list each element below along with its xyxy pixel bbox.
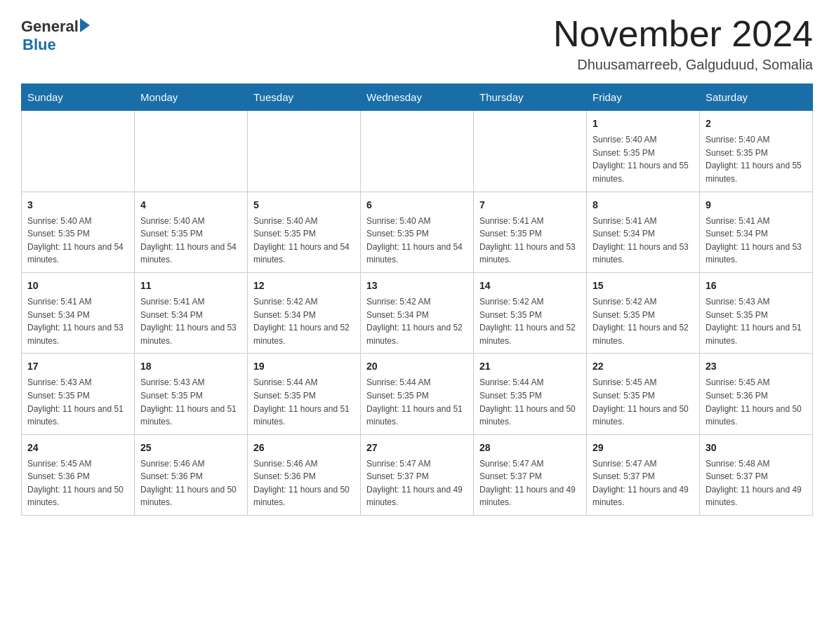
calendar-cell bbox=[248, 111, 361, 192]
calendar-cell: 26Sunrise: 5:46 AMSunset: 5:36 PMDayligh… bbox=[248, 434, 361, 515]
day-number: 6 bbox=[366, 198, 468, 213]
day-number: 17 bbox=[27, 359, 128, 374]
day-number: 13 bbox=[366, 279, 468, 293]
day-number: 19 bbox=[253, 359, 355, 374]
day-number: 11 bbox=[140, 279, 241, 293]
page-header: General Blue November 2024 Dhuusamarreeb… bbox=[21, 14, 813, 73]
calendar-cell: 5Sunrise: 5:40 AMSunset: 5:35 PMDaylight… bbox=[248, 192, 361, 272]
day-info: Sunrise: 5:42 AMSunset: 5:35 PMDaylight:… bbox=[479, 295, 581, 347]
calendar-cell: 9Sunrise: 5:41 AMSunset: 5:34 PMDaylight… bbox=[700, 192, 813, 272]
calendar-cell: 4Sunrise: 5:40 AMSunset: 5:35 PMDaylight… bbox=[135, 192, 248, 272]
day-info: Sunrise: 5:44 AMSunset: 5:35 PMDaylight:… bbox=[253, 376, 355, 428]
day-info: Sunrise: 5:42 AMSunset: 5:34 PMDaylight:… bbox=[253, 295, 355, 347]
day-info: Sunrise: 5:40 AMSunset: 5:35 PMDaylight:… bbox=[366, 215, 468, 267]
logo-general-text: General bbox=[21, 18, 79, 36]
weekday-header-sunday: Sunday bbox=[22, 84, 135, 111]
weekday-header-thursday: Thursday bbox=[474, 84, 587, 111]
day-info: Sunrise: 5:47 AMSunset: 5:37 PMDaylight:… bbox=[366, 457, 468, 509]
day-number: 29 bbox=[593, 441, 694, 455]
day-info: Sunrise: 5:45 AMSunset: 5:35 PMDaylight:… bbox=[593, 376, 694, 428]
weekday-header-tuesday: Tuesday bbox=[248, 84, 361, 111]
calendar-cell: 30Sunrise: 5:48 AMSunset: 5:37 PMDayligh… bbox=[700, 434, 813, 515]
day-info: Sunrise: 5:40 AMSunset: 5:35 PMDaylight:… bbox=[140, 215, 241, 267]
title-block: November 2024 Dhuusamarreeb, Galguduud, … bbox=[553, 14, 813, 73]
day-info: Sunrise: 5:44 AMSunset: 5:35 PMDaylight:… bbox=[366, 376, 468, 428]
day-info: Sunrise: 5:48 AMSunset: 5:37 PMDaylight:… bbox=[706, 457, 807, 509]
day-info: Sunrise: 5:40 AMSunset: 5:35 PMDaylight:… bbox=[593, 133, 694, 185]
calendar-cell: 2Sunrise: 5:40 AMSunset: 5:35 PMDaylight… bbox=[700, 111, 813, 192]
day-info: Sunrise: 5:43 AMSunset: 5:35 PMDaylight:… bbox=[27, 376, 128, 428]
day-info: Sunrise: 5:44 AMSunset: 5:35 PMDaylight:… bbox=[479, 376, 581, 428]
day-info: Sunrise: 5:46 AMSunset: 5:36 PMDaylight:… bbox=[253, 457, 355, 509]
day-info: Sunrise: 5:40 AMSunset: 5:35 PMDaylight:… bbox=[27, 215, 128, 267]
day-number: 15 bbox=[593, 279, 694, 293]
calendar-week-row: 1Sunrise: 5:40 AMSunset: 5:35 PMDaylight… bbox=[22, 111, 813, 192]
day-info: Sunrise: 5:40 AMSunset: 5:35 PMDaylight:… bbox=[706, 133, 807, 185]
calendar-cell: 15Sunrise: 5:42 AMSunset: 5:35 PMDayligh… bbox=[587, 272, 700, 353]
calendar-cell bbox=[22, 111, 135, 192]
day-info: Sunrise: 5:42 AMSunset: 5:35 PMDaylight:… bbox=[593, 295, 694, 347]
day-info: Sunrise: 5:43 AMSunset: 5:35 PMDaylight:… bbox=[706, 295, 807, 347]
calendar-cell: 16Sunrise: 5:43 AMSunset: 5:35 PMDayligh… bbox=[700, 272, 813, 353]
day-number: 12 bbox=[253, 279, 355, 293]
calendar-header-row: SundayMondayTuesdayWednesdayThursdayFrid… bbox=[22, 84, 813, 111]
logo-arrow-icon bbox=[80, 18, 90, 32]
logo: General Blue bbox=[21, 14, 90, 54]
day-number: 7 bbox=[479, 198, 581, 213]
calendar-cell: 12Sunrise: 5:42 AMSunset: 5:34 PMDayligh… bbox=[248, 272, 361, 353]
day-info: Sunrise: 5:41 AMSunset: 5:34 PMDaylight:… bbox=[593, 215, 694, 267]
day-number: 1 bbox=[593, 116, 694, 131]
calendar-cell: 3Sunrise: 5:40 AMSunset: 5:35 PMDaylight… bbox=[22, 192, 135, 272]
calendar-cell: 18Sunrise: 5:43 AMSunset: 5:35 PMDayligh… bbox=[135, 354, 248, 434]
calendar-cell: 22Sunrise: 5:45 AMSunset: 5:35 PMDayligh… bbox=[587, 354, 700, 434]
day-number: 26 bbox=[253, 441, 355, 455]
calendar-table: SundayMondayTuesdayWednesdayThursdayFrid… bbox=[21, 83, 813, 516]
day-info: Sunrise: 5:41 AMSunset: 5:35 PMDaylight:… bbox=[479, 215, 581, 267]
calendar-cell: 8Sunrise: 5:41 AMSunset: 5:34 PMDaylight… bbox=[587, 192, 700, 272]
weekday-header-saturday: Saturday bbox=[700, 84, 813, 111]
calendar-week-row: 3Sunrise: 5:40 AMSunset: 5:35 PMDaylight… bbox=[22, 192, 813, 272]
day-number: 27 bbox=[366, 441, 468, 455]
calendar-cell: 23Sunrise: 5:45 AMSunset: 5:36 PMDayligh… bbox=[700, 354, 813, 434]
calendar-cell: 24Sunrise: 5:45 AMSunset: 5:36 PMDayligh… bbox=[22, 434, 135, 515]
day-info: Sunrise: 5:41 AMSunset: 5:34 PMDaylight:… bbox=[706, 215, 807, 267]
calendar-week-row: 24Sunrise: 5:45 AMSunset: 5:36 PMDayligh… bbox=[22, 434, 813, 515]
day-number: 4 bbox=[140, 198, 241, 213]
day-info: Sunrise: 5:43 AMSunset: 5:35 PMDaylight:… bbox=[140, 376, 241, 428]
calendar-cell: 19Sunrise: 5:44 AMSunset: 5:35 PMDayligh… bbox=[248, 354, 361, 434]
day-number: 24 bbox=[27, 441, 128, 455]
calendar-cell: 28Sunrise: 5:47 AMSunset: 5:37 PMDayligh… bbox=[474, 434, 587, 515]
weekday-header-monday: Monday bbox=[135, 84, 248, 111]
day-number: 30 bbox=[706, 441, 807, 455]
calendar-cell: 25Sunrise: 5:46 AMSunset: 5:36 PMDayligh… bbox=[135, 434, 248, 515]
calendar-cell: 13Sunrise: 5:42 AMSunset: 5:34 PMDayligh… bbox=[361, 272, 474, 353]
calendar-cell bbox=[474, 111, 587, 192]
day-number: 22 bbox=[593, 359, 694, 374]
day-info: Sunrise: 5:47 AMSunset: 5:37 PMDaylight:… bbox=[479, 457, 581, 509]
day-number: 28 bbox=[479, 441, 581, 455]
calendar-cell: 10Sunrise: 5:41 AMSunset: 5:34 PMDayligh… bbox=[22, 272, 135, 353]
calendar-cell: 29Sunrise: 5:47 AMSunset: 5:37 PMDayligh… bbox=[587, 434, 700, 515]
calendar-week-row: 17Sunrise: 5:43 AMSunset: 5:35 PMDayligh… bbox=[22, 354, 813, 434]
calendar-cell: 20Sunrise: 5:44 AMSunset: 5:35 PMDayligh… bbox=[361, 354, 474, 434]
day-number: 10 bbox=[27, 279, 128, 293]
day-number: 2 bbox=[706, 116, 807, 131]
day-info: Sunrise: 5:40 AMSunset: 5:35 PMDaylight:… bbox=[253, 215, 355, 267]
day-number: 5 bbox=[253, 198, 355, 213]
day-info: Sunrise: 5:46 AMSunset: 5:36 PMDaylight:… bbox=[140, 457, 241, 509]
calendar-cell: 11Sunrise: 5:41 AMSunset: 5:34 PMDayligh… bbox=[135, 272, 248, 353]
calendar-cell: 1Sunrise: 5:40 AMSunset: 5:35 PMDaylight… bbox=[587, 111, 700, 192]
day-number: 16 bbox=[706, 279, 807, 293]
day-info: Sunrise: 5:41 AMSunset: 5:34 PMDaylight:… bbox=[140, 295, 241, 347]
day-info: Sunrise: 5:41 AMSunset: 5:34 PMDaylight:… bbox=[27, 295, 128, 347]
main-title: November 2024 bbox=[553, 14, 813, 54]
weekday-header-wednesday: Wednesday bbox=[361, 84, 474, 111]
day-number: 25 bbox=[140, 441, 241, 455]
day-info: Sunrise: 5:42 AMSunset: 5:34 PMDaylight:… bbox=[366, 295, 468, 347]
day-number: 20 bbox=[366, 359, 468, 374]
calendar-cell: 14Sunrise: 5:42 AMSunset: 5:35 PMDayligh… bbox=[474, 272, 587, 353]
day-number: 21 bbox=[479, 359, 581, 374]
location-subtitle: Dhuusamarreeb, Galguduud, Somalia bbox=[553, 57, 813, 73]
day-number: 23 bbox=[706, 359, 807, 374]
day-number: 14 bbox=[479, 279, 581, 293]
